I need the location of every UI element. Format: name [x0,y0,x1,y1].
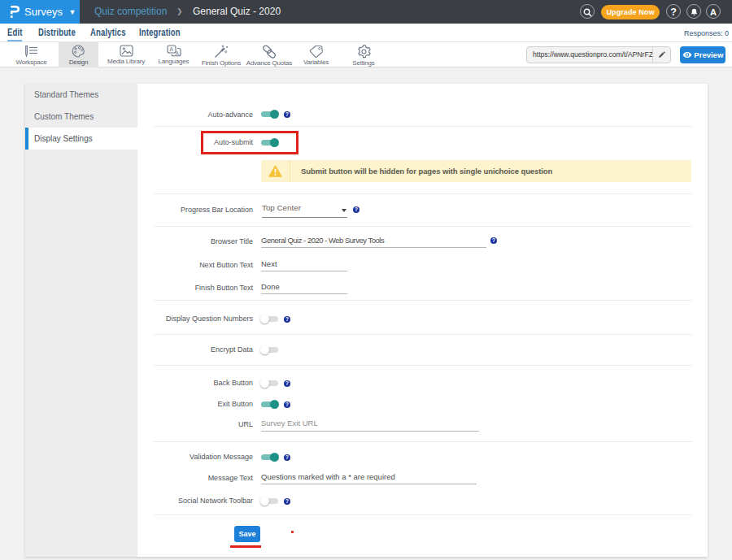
svg-text:A: A [175,50,179,55]
svg-text:A: A [169,46,173,52]
